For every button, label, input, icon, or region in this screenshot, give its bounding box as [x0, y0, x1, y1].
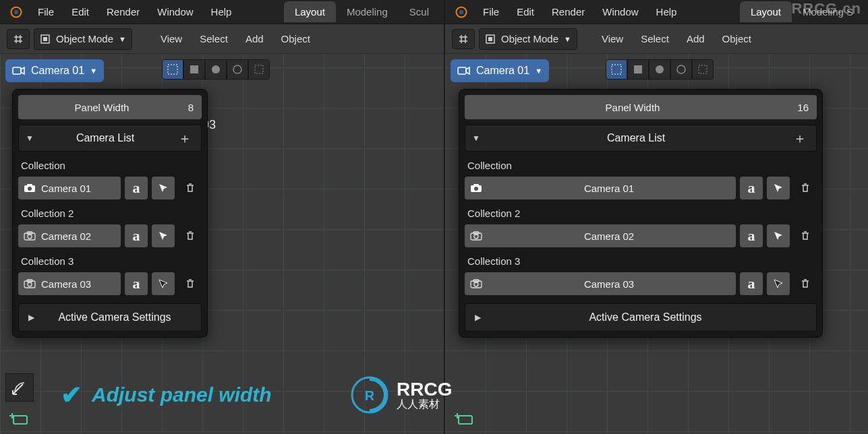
header-select[interactable]: Select	[193, 29, 235, 49]
shading-options-icon[interactable]	[248, 59, 270, 80]
camera-icon	[457, 65, 471, 76]
rename-button[interactable]: a	[125, 177, 148, 199]
panel-width-field[interactable]: Panel Width 16	[465, 95, 817, 119]
camera-list-header[interactable]: ▼ Camera List ＋	[18, 125, 202, 152]
active-camera-settings[interactable]: ▶ Active Camera Settings	[465, 303, 817, 332]
header-select[interactable]: Select	[634, 29, 676, 49]
svg-point-39	[474, 282, 478, 286]
cursor-icon[interactable]	[767, 224, 790, 247]
menu-edit[interactable]: Edit	[63, 2, 97, 22]
svg-point-8	[233, 65, 241, 73]
camera-name-button[interactable]: Camera 02	[18, 224, 121, 247]
add-tool-icon[interactable]	[5, 404, 34, 433]
rename-button[interactable]: a	[125, 224, 148, 247]
active-camera-settings[interactable]: ▶ Active Camera Settings	[18, 303, 202, 332]
chevron-down-icon: ▼	[472, 133, 482, 143]
delete-icon[interactable]	[179, 224, 202, 247]
measure-tool-icon[interactable]	[5, 373, 34, 402]
svg-point-12	[28, 187, 32, 191]
menu-help[interactable]: Help	[203, 2, 240, 22]
menu-file[interactable]: File	[30, 2, 62, 22]
rename-button[interactable]: a	[740, 177, 763, 199]
blender-logo-icon[interactable]	[453, 4, 469, 20]
menu-edit[interactable]: Edit	[509, 2, 542, 22]
delete-icon[interactable]	[794, 224, 817, 247]
cursor-icon[interactable]	[152, 177, 175, 199]
tab-layout[interactable]: Layout	[740, 1, 792, 22]
menu-help[interactable]: Help	[648, 2, 685, 22]
header-object[interactable]: Object	[716, 29, 758, 49]
camera-list-header[interactable]: ▼ Camera List ＋	[465, 125, 817, 152]
cursor-icon[interactable]	[767, 177, 790, 199]
mode-dropdown[interactable]: Object Mode ▼	[34, 28, 132, 50]
svg-point-28	[677, 65, 685, 73]
shading-rendered-icon[interactable]	[670, 59, 692, 80]
shading-material-icon[interactable]	[205, 59, 227, 80]
svg-rect-4	[13, 67, 21, 74]
camera-icon	[12, 65, 26, 76]
cursor-filled-icon[interactable]	[152, 272, 175, 295]
tab-sculpting[interactable]: Scul	[399, 1, 440, 22]
menu-render[interactable]: Render	[544, 2, 593, 22]
camera-dropdown[interactable]: Camera 01 ▼	[5, 59, 104, 82]
rename-button[interactable]: a	[740, 224, 763, 247]
editor-type-icon[interactable]	[7, 29, 30, 49]
collection-label: Collection 2	[465, 204, 817, 223]
camera-name-label: Camera 03	[41, 278, 91, 290]
add-tool-icon[interactable]	[451, 404, 479, 433]
shading-options-icon[interactable]	[692, 59, 714, 80]
mode-dropdown[interactable]: Object Mode ▼	[479, 28, 577, 50]
menu-file[interactable]: File	[475, 2, 507, 22]
delete-icon[interactable]	[794, 177, 817, 199]
camera-dropdown[interactable]: Camera 01 ▼	[451, 59, 549, 82]
delete-icon[interactable]	[179, 177, 202, 199]
panel-width-label: Panel Width	[473, 102, 792, 113]
editor-type-icon[interactable]	[452, 29, 475, 49]
panel-width-field[interactable]: Panel Width 8	[18, 95, 202, 119]
header-view[interactable]: View	[595, 29, 630, 49]
header-view[interactable]: View	[154, 29, 189, 49]
delete-icon[interactable]	[179, 272, 202, 295]
chevron-right-icon: ▶	[475, 313, 484, 322]
camera-name-button[interactable]: Camera 03	[18, 272, 121, 295]
shading-material-icon[interactable]	[649, 59, 670, 80]
camera-list-title: Camera List	[35, 132, 175, 144]
shading-solid-icon[interactable]	[627, 59, 649, 80]
camera-panel-popover-wide: Panel Width 16 ▼ Camera List ＋ Collectio…	[459, 89, 823, 338]
camera-name-button[interactable]: Camera 03	[465, 272, 736, 295]
shading-solid-icon[interactable]	[183, 59, 205, 80]
header-object[interactable]: Object	[274, 29, 317, 49]
tab-modeling[interactable]: Modeling	[336, 1, 399, 22]
chevron-down-icon: ▼	[119, 35, 126, 43]
delete-icon[interactable]	[794, 272, 817, 295]
add-camera-icon[interactable]: ＋	[175, 129, 194, 148]
collection-label: Collection	[465, 156, 817, 175]
viewport-header: Object Mode ▼ View Select Add Object	[445, 24, 868, 54]
chevron-down-icon: ▼	[90, 67, 97, 75]
camera-row: Camera 01 a	[18, 175, 202, 201]
rename-button[interactable]: a	[740, 272, 763, 295]
shading-wireframe-icon[interactable]	[606, 59, 627, 80]
chevron-down-icon: ▼	[564, 35, 571, 43]
camera-name-button[interactable]: Camera 01	[18, 177, 121, 199]
header-add[interactable]: Add	[239, 29, 270, 49]
shading-wireframe-icon[interactable]	[162, 59, 183, 80]
add-camera-icon[interactable]: ＋	[790, 129, 809, 148]
camera-row: Camera 03 a	[465, 271, 817, 297]
blender-logo-icon[interactable]	[8, 4, 24, 20]
camera-name-label: Camera 01	[488, 183, 730, 194]
cursor-filled-icon[interactable]	[767, 272, 790, 295]
shading-rendered-icon[interactable]	[227, 59, 248, 80]
menu-render[interactable]: Render	[98, 2, 148, 22]
tab-layout[interactable]: Layout	[284, 1, 336, 22]
cursor-icon[interactable]	[152, 224, 175, 247]
camera-list-title: Camera List	[482, 132, 790, 144]
camera-name-button[interactable]: Camera 02	[465, 224, 736, 247]
rename-button[interactable]: a	[125, 272, 148, 295]
camera-list-body: Collection Camera 01 a Collection 2 Came…	[465, 156, 817, 297]
chevron-right-icon: ▶	[28, 313, 38, 322]
header-add[interactable]: Add	[680, 29, 712, 49]
camera-name-button[interactable]: Camera 01	[465, 177, 736, 199]
menu-window[interactable]: Window	[149, 2, 201, 22]
menu-window[interactable]: Window	[594, 2, 646, 22]
